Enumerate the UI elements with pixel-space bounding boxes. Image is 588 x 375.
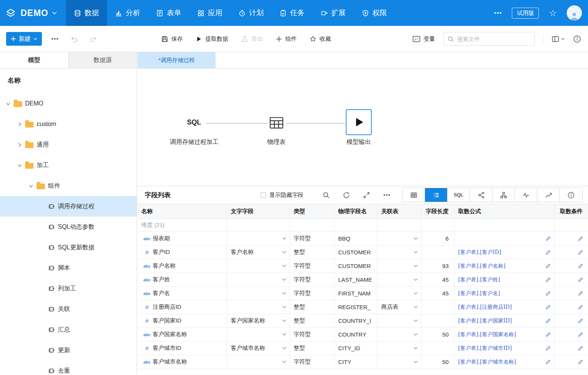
chevron-down-icon[interactable] [282,319,286,322]
topnav-tab-analysis[interactable]: 分析 [107,0,148,26]
chevron-down-icon[interactable] [282,361,286,363]
tree-item[interactable]: 加工 [0,155,137,176]
text-field-cell[interactable]: 客户名称 [227,246,290,259]
edit-formula-icon[interactable] [545,277,551,282]
model-flow-canvas[interactable]: SQL 调用存储过程加工 物理表 模型输出 [137,69,588,186]
related-table-cell[interactable] [377,355,421,369]
edit-formula-icon[interactable] [545,332,551,337]
table-row[interactable]: abc 客户名称 字符型 CUSTOMER 93 [137,259,588,273]
search-input[interactable] [457,36,530,42]
list-view-button[interactable] [425,188,447,202]
sql-node[interactable]: SQL [187,118,201,126]
sql-view-button[interactable]: SQL [447,188,470,202]
text-field-cell[interactable] [227,355,290,369]
favorite-button[interactable]: 收藏 [310,35,331,43]
topnav-tab-tasks[interactable]: 任务 [272,0,313,26]
chevron-down-icon[interactable] [414,319,418,322]
edit-condition-icon[interactable] [578,290,583,296]
table-row[interactable]: # 客户国家ID 客户国家名称 整型 COUNTRY_I [137,314,588,328]
tree-item[interactable]: DEMO [0,93,137,114]
chevron-down-icon[interactable] [282,306,286,308]
topnav-tab-apps[interactable]: 应用 [189,0,230,26]
table-row[interactable]: # 注册商店ID 整型 REGISTER_ 商店表 [137,300,588,314]
related-table-cell[interactable] [377,314,421,327]
chevron-icon[interactable] [17,163,22,168]
text-field-cell[interactable] [227,259,290,273]
text-field-cell[interactable] [227,328,290,341]
toolbar-more-button[interactable]: ⋯ [51,34,59,43]
relation-graph-button[interactable] [470,188,492,202]
edit-formula-icon[interactable] [545,318,551,324]
related-table-cell[interactable] [377,328,421,341]
chevron-down-icon[interactable] [414,306,418,308]
chevron-down-icon[interactable] [414,265,418,267]
chevron-down-icon[interactable] [282,347,286,349]
chevron-down-icon[interactable] [414,278,418,281]
view-layout-button[interactable] [552,36,565,42]
chevron-down-icon[interactable] [282,292,286,295]
user-avatar[interactable] [567,5,582,21]
redo-icon[interactable] [89,35,97,43]
edit-condition-icon[interactable] [578,277,583,282]
tree-item[interactable]: 调用存储过程 [0,196,137,217]
topnav-tab-plan[interactable]: 计划 [230,0,272,26]
text-field-cell[interactable]: 客户城市名称 [227,341,290,355]
tree-item[interactable]: SQL更新数据 [0,237,137,258]
variable-button[interactable]: x= 变量 [412,35,435,43]
topnav-tab-form[interactable]: 表单 [148,0,189,26]
edit-condition-icon[interactable] [578,318,583,324]
fields-more-button[interactable]: ⋯ [383,191,391,199]
chevron-down-icon[interactable] [414,237,418,240]
brand-menu[interactable]: DEMO [0,0,61,26]
chevron-down-icon[interactable] [282,333,286,336]
related-table-cell[interactable] [377,341,421,355]
chevron-icon[interactable] [5,101,11,106]
refresh-icon[interactable] [343,191,350,199]
tree-item[interactable]: 汇总 [0,319,137,340]
topnav-more-button[interactable]: ⋯ [494,8,502,18]
field-search-icon[interactable] [323,191,330,199]
edit-formula-icon[interactable] [545,263,551,269]
text-field-cell[interactable] [227,273,290,286]
export-button[interactable]: 导出 [241,35,263,43]
table-row[interactable]: # 客户城市ID 客户城市名称 整型 CITY_ID [137,341,588,355]
chevron-icon[interactable] [17,142,22,147]
topnav-tab-data[interactable]: 数据 [66,0,107,26]
chevron-down-icon[interactable] [282,278,286,281]
show-hidden-fields-toggle[interactable]: 显示隐藏字段 [260,191,304,199]
table-row[interactable]: abc 报表期 字符型 BBQ 6 [137,232,588,246]
table-row[interactable]: abc 客户名 字符型 FIRST_NAM 45 [137,287,588,300]
related-table-cell[interactable] [377,246,421,259]
topnav-tab-extension[interactable]: 扩展 [313,0,354,26]
edit-condition-icon[interactable] [578,249,583,255]
trend-view-button[interactable] [537,188,560,202]
chevron-icon[interactable] [28,183,34,188]
table-row[interactable]: abc 客户国家名称 字符型 COUNTRY 50 [137,328,588,341]
add-component-button[interactable]: 组件 [276,35,297,43]
dimension-group-row[interactable]: 维度 (21) [137,219,588,232]
tree-item[interactable]: 去重 [0,361,137,375]
related-table-cell[interactable] [377,273,421,286]
tree-item[interactable]: custom [0,114,137,134]
chevron-down-icon[interactable] [414,292,418,295]
sidebar-tab-model[interactable]: 模型 [0,52,69,68]
physical-table-node[interactable] [268,115,284,131]
topnav-tab-permission[interactable]: 权限 [354,0,395,26]
table-view-button[interactable] [403,188,425,202]
chevron-down-icon[interactable] [282,265,286,267]
expand-icon[interactable] [363,191,370,199]
tree-item[interactable]: 通用 [0,134,137,155]
info-view-button[interactable] [560,188,582,202]
edit-formula-icon[interactable] [545,249,551,255]
document-tab[interactable]: *调用存储过程 [137,52,216,68]
chevron-down-icon[interactable] [414,251,418,254]
edit-condition-icon[interactable] [578,345,583,351]
tree-item[interactable]: 组件 [0,176,137,196]
tree-item[interactable]: SQL动态参数 [0,217,137,237]
edit-condition-icon[interactable] [578,304,583,310]
save-button[interactable]: 保存 [161,35,183,43]
related-table-cell[interactable]: 商店表 [377,300,421,314]
edit-condition-icon[interactable] [578,359,583,365]
chevron-down-icon[interactable] [414,333,418,336]
edit-formula-icon[interactable] [545,290,551,296]
